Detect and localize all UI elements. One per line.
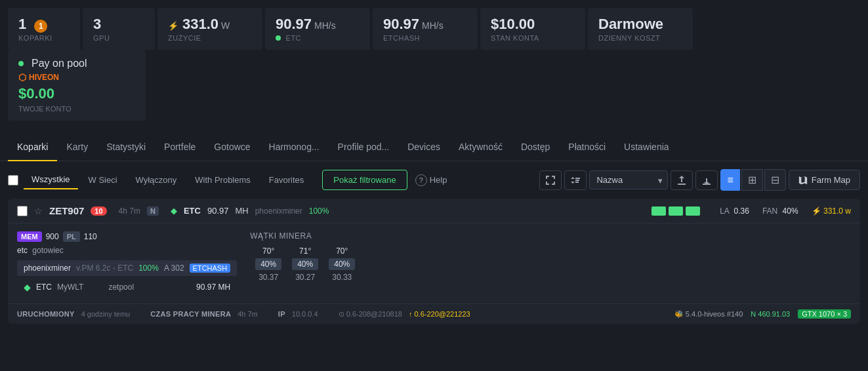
expand-icon (545, 175, 556, 186)
miner-badge: 10 (91, 206, 106, 216)
koparki-badge: 1 (34, 20, 47, 33)
miner-footer: URUCHOMIONY 4 godziny temu · CZAS PRACY … (8, 303, 860, 324)
map-icon (798, 176, 808, 185)
hiveon-brand: ⬡ HIVEON (18, 72, 135, 83)
sort-icon-btn[interactable] (564, 170, 587, 190)
nav-profile-pod[interactable]: Profile pod... (329, 134, 399, 161)
second-row: Pay on pool ⬡ HIVEON $0.00 TWOJE KONTO (0, 50, 868, 128)
hiveon-label: HIVEON (29, 73, 59, 82)
download-icon-btn[interactable] (695, 170, 718, 190)
thread-fan-0: 40% (250, 258, 287, 271)
gotowiec-row: etc gotowiec (17, 246, 237, 255)
gotowiec-label: gotowiec (32, 246, 63, 255)
threads-fans-row: 40% 40% 40% (250, 258, 360, 271)
gpu-block-3 (686, 206, 700, 216)
nav-harmonog[interactable]: Harmonog... (260, 134, 329, 161)
threads-section: WĄTKI MINERA 70° 71° 70° 40% 40% (250, 231, 851, 296)
wallet-name: MyWLT (57, 283, 83, 292)
view-list-btn[interactable]: ≡ (720, 169, 739, 191)
pay-label: TWOJE KONTO (18, 105, 135, 113)
nav-platnosci[interactable]: Płatności (559, 134, 615, 161)
sep2: · (267, 310, 269, 318)
view-tile-btn[interactable]: ⊟ (764, 169, 786, 191)
thread-speed-2: 30.33 (323, 271, 360, 284)
pay-on-pool-card[interactable]: Pay on pool ⬡ HIVEON $0.00 TWOJE KONTO (8, 50, 146, 121)
filter-tab-with-problems[interactable]: With Problems (187, 171, 258, 189)
sort-icon (570, 175, 581, 186)
lightning-icon2: ⚡ (812, 206, 821, 216)
nav-statystyki[interactable]: Statystyki (97, 134, 155, 161)
miner-uptime: 4h 7m (119, 206, 140, 216)
sort-select-wrapper[interactable]: Nazwa Status Hashrate Uptime (589, 170, 668, 189)
stat-etc: 90.97 MH/s ETC (265, 8, 370, 50)
miner-prog: phoenixminer (255, 206, 302, 216)
miner-card: ☆ ZET907 10 4h 7m N ◆ ETC 90.97 MH phoen… (8, 199, 860, 324)
hive-icon: ⊙ (339, 310, 344, 318)
power-info: ⚡ 331.0 w (812, 206, 851, 216)
zuzycie-label: ZUŻYCIE (168, 34, 252, 42)
nav-portfele[interactable]: Portfele (155, 134, 205, 161)
top-stats-bar: 1 1 KOPARKI 3 GPU ⚡ 331.0 W ZUŻYCIE 90.9… (0, 0, 868, 50)
la-label: LA (720, 206, 729, 216)
pl-val: 110 (84, 232, 97, 241)
hive-os-icon: 🐝 (674, 310, 684, 318)
select-all-checkbox[interactable] (8, 175, 18, 186)
dzienny-koszt-label: DZIENNY KOSZT (598, 34, 682, 42)
tags-row: MEM 900 PL 110 (17, 231, 237, 242)
wallet-row: ◆ ETC MyWLT zetpool 90.97 MH (17, 279, 237, 296)
thread-temp-1: 71° (287, 244, 323, 258)
view-grid-btn[interactable]: ⊞ (741, 169, 763, 191)
wallet-hashrate: 90.97 MH (196, 283, 230, 292)
filter-tab-wylaczony[interactable]: Wyłączony (128, 171, 185, 189)
zuzycie-value: 331.0 (182, 16, 218, 33)
n-badge: N (147, 206, 159, 216)
nav-gotowce[interactable]: Gotowce (205, 134, 259, 161)
arrow-icon: ↑ (409, 310, 413, 318)
farm-map-button[interactable]: Farm Map (789, 170, 860, 190)
filter-tab-favorites[interactable]: Favorites (261, 171, 312, 189)
uruchomiony-label: URUCHOMIONY (17, 310, 75, 318)
filter-bar: Wszystkie W Sieci Wyłączony With Problem… (0, 161, 868, 199)
thread-speed-1: 30.27 (287, 271, 323, 284)
sort-select[interactable]: Nazwa Status Hashrate Uptime (589, 170, 668, 189)
nav-aktywnosc[interactable]: Aktywność (449, 134, 512, 161)
thread-fan-2: 40% (323, 258, 360, 271)
threads-speeds-row: 30.37 30.27 30.33 (250, 271, 360, 284)
upload-icon-btn[interactable] (671, 170, 693, 190)
help-circle-icon: ? (415, 174, 427, 186)
mem-tag: MEM (17, 231, 42, 242)
algo-tag: ETCHASH (190, 264, 231, 273)
gotowiec-coin: etc (17, 246, 28, 255)
wallet-dot-icon: ◆ (24, 282, 31, 292)
help-button[interactable]: ? Help (410, 170, 453, 190)
view-buttons: ≡ ⊞ ⊟ (720, 169, 785, 191)
farm-map-label: Farm Map (812, 175, 850, 185)
pay-amount: $0.00 (18, 85, 135, 102)
miner-checkbox[interactable] (17, 206, 28, 216)
gpu-value: 3 (93, 16, 144, 33)
stat-zuzycie: ⚡ 331.0 W ZUŻYCIE (157, 8, 262, 50)
nav-ustawienia[interactable]: Ustawienia (615, 134, 678, 161)
filter-tab-w-sieci[interactable]: W Sieci (81, 171, 125, 189)
filter-tab-wszystkie[interactable]: Wszystkie (24, 170, 78, 189)
nav-dostep[interactable]: Dostęp (512, 134, 559, 161)
hiveon-dot-icon (18, 61, 24, 66)
phoenix-pct: 100% (138, 264, 159, 273)
coin-name: ETC (184, 206, 201, 216)
star-icon[interactable]: ☆ (34, 206, 43, 216)
nav-devices[interactable]: Devices (398, 134, 449, 161)
mem-val: 900 (46, 232, 59, 241)
etc-value: 90.97 (276, 16, 312, 33)
nav-koparki[interactable]: Koparki (8, 134, 57, 161)
expand-icon-btn[interactable] (539, 170, 562, 190)
fan-value: 40% (783, 206, 798, 216)
czas-val: 4h 7m (238, 310, 258, 318)
wallet-pool: zetpool (108, 283, 134, 292)
pay-on-pool-title: Pay on pool (31, 58, 87, 69)
etchash-label: ETCHASH (383, 34, 467, 42)
zuzycie-unit: W (221, 20, 230, 31)
nav-karty[interactable]: Karty (57, 134, 97, 161)
la-value: 0.36 (734, 206, 749, 216)
show-filtered-button[interactable]: Pokaż filtrowane (322, 170, 407, 190)
stat-etchash: 90.97 MH/s ETCHASH (373, 8, 478, 50)
